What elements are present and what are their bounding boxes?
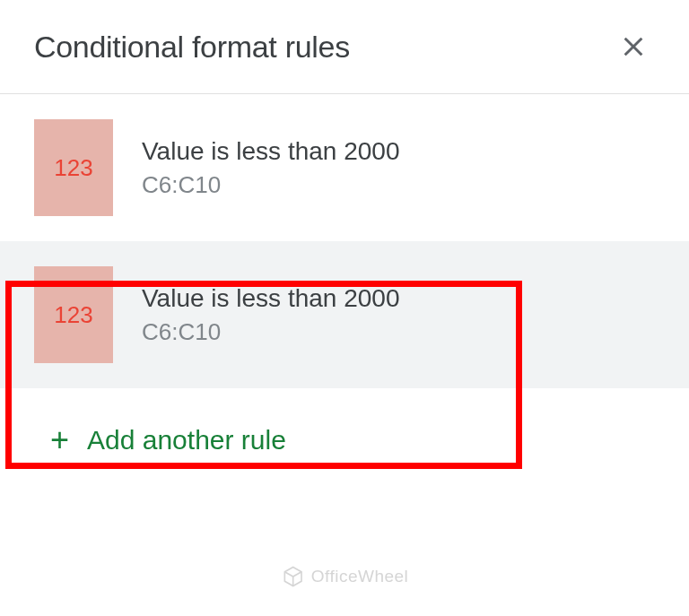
rule-range: C6:C10: [142, 171, 399, 199]
rule-condition: Value is less than 2000: [142, 284, 399, 313]
rule-item[interactable]: 123 Value is less than 2000 C6:C10: [0, 94, 689, 241]
close-button[interactable]: [612, 25, 655, 68]
conditional-format-panel: Conditional format rules 123 Value is le…: [0, 0, 689, 483]
rule-preview-swatch: 123: [34, 266, 113, 363]
rule-preview-text: 123: [54, 154, 92, 182]
watermark: OfficeWheel: [281, 564, 409, 589]
panel-title: Conditional format rules: [34, 30, 350, 65]
rule-preview-swatch: 123: [34, 119, 113, 216]
rule-preview-text: 123: [54, 301, 92, 329]
add-rule-label: Add another rule: [87, 425, 286, 455]
close-icon: [619, 32, 648, 61]
panel-header: Conditional format rules: [0, 0, 689, 94]
rule-range: C6:C10: [142, 318, 399, 346]
rule-info: Value is less than 2000 C6:C10: [142, 137, 399, 199]
rule-item[interactable]: 123 Value is less than 2000 C6:C10: [0, 241, 689, 388]
rule-info: Value is less than 2000 C6:C10: [142, 284, 399, 346]
watermark-icon: [281, 564, 306, 589]
rule-condition: Value is less than 2000: [142, 137, 399, 166]
plus-icon: +: [50, 424, 69, 456]
watermark-text: OfficeWheel: [311, 567, 409, 586]
add-rule-button[interactable]: + Add another rule: [0, 388, 689, 483]
rules-list: 123 Value is less than 2000 C6:C10 123 V…: [0, 94, 689, 388]
